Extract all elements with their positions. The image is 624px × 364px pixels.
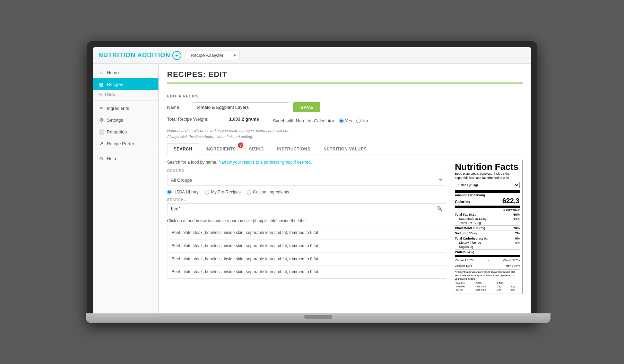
brand-icon: + [172, 51, 181, 60]
sidebar-item-recipe-porter[interactable]: ↗ Recipe Porter [93, 138, 158, 149]
nf-footer-sf-label: Sat Fat [455, 288, 475, 292]
source-prerecipes-radio[interactable] [205, 190, 209, 194]
groups-label: GROUPS [167, 169, 446, 173]
sidebar-item-home[interactable]: ⌂ Home [93, 67, 158, 78]
tab-instructions[interactable]: INSTRUCTIONS [270, 144, 317, 155]
nf-fiber-dv: 0% [515, 241, 520, 244]
nf-trans-fat-row: Trans Fat 17.5g [455, 221, 520, 225]
nf-footer-cal-2000: 2,000 [475, 281, 496, 285]
sidebar-item-help[interactable]: ⊙ Help [93, 153, 158, 164]
synch-radio-group: Yes No [339, 118, 368, 123]
nf-title: Nutrition Facts [455, 162, 520, 171]
result-item[interactable]: Beef, plate steak, boneless, inside skir… [167, 266, 446, 278]
nf-sat-fat-value: 12.8g [479, 217, 487, 220]
synch-yes-radio[interactable] [339, 119, 344, 123]
nf-serving-select[interactable]: 1 steak (254g) [455, 182, 520, 188]
search-panel: Search for a food by name. Narrow your r… [167, 160, 523, 294]
nf-sat-fat-label: Saturated Fat [459, 217, 478, 220]
save-button[interactable]: SAVE [293, 102, 320, 112]
nf-total-fat-value: 36.1g [468, 213, 476, 216]
top-bar: NUTRITION ADDITION + Recipe Analyzer ▾ [93, 47, 531, 64]
nf-cholesterol-dv: 78% [513, 226, 520, 230]
synch-yes-label: Yes [345, 118, 352, 123]
synch-no-radio[interactable] [356, 119, 361, 123]
source-prerecipes[interactable]: My Pre-Recipes [205, 190, 241, 194]
source-custom[interactable]: Custom Ingredients [247, 190, 289, 194]
nf-footer-calories-label: Calories: [455, 281, 475, 285]
source-usda-radio[interactable] [167, 190, 172, 194]
sidebar-label-home: Home [107, 70, 119, 75]
tab-sizing[interactable]: SIZING [242, 144, 270, 155]
synch-no-label: No [362, 118, 368, 123]
nf-divider-4 [455, 236, 520, 236]
nf-amount-serving: Amount Per Serving [455, 193, 520, 197]
nf-sugars-value: 0g [470, 245, 473, 249]
nf-sodium-row: Sodium 160mg 7% [455, 231, 520, 235]
tab-ingredients[interactable]: INGREDIENTS 8 [199, 144, 243, 155]
nf-sat-fat-row: Saturated Fat 12.8g 64% [455, 217, 520, 221]
sidebar-add-new[interactable]: Add New [93, 90, 158, 99]
nf-protein-label: Protein [455, 250, 466, 254]
nf-cholesterol-value: 233.7mg [473, 226, 485, 230]
nf-food-name: Beef, plate steak, boneless, inside skir… [455, 172, 520, 180]
brand-logo: NUTRITION ADDITION + [98, 51, 181, 60]
tab-search[interactable]: SEARCH [167, 144, 199, 155]
nf-trans-fat-label: Trans Fat [459, 221, 472, 225]
brand-name: NUTRITION ADDITION [98, 52, 170, 59]
green-divider [167, 83, 523, 84]
nf-footer-sf-less: Less than [475, 288, 496, 292]
nf-sodium-value: 160mg [467, 232, 477, 235]
synch-yes-option[interactable]: Yes [339, 118, 352, 123]
search-button[interactable]: 🔍 [433, 203, 446, 214]
settings-icon: ⚙ [98, 117, 104, 123]
laptop-screen: NUTRITION ADDITION + Recipe Analyzer ▾ ⌂… [93, 47, 531, 313]
nav-dropdown-arrow: ▾ [234, 53, 236, 58]
nf-footer-tf-less: Less than [475, 285, 496, 288]
source-usda[interactable]: USDA Library [167, 190, 199, 194]
nf-dv-header: % Daily Value* [455, 209, 520, 211]
narrow-link[interactable]: Narrow your results to a particular grou… [218, 160, 312, 165]
name-input[interactable] [192, 102, 289, 112]
result-item[interactable]: Beef, plate steak, boneless, inside skir… [167, 226, 446, 240]
sidebar-item-ingredients[interactable]: ≡ Ingredients [93, 102, 158, 114]
sidebar-label-recipe-porter: Recipe Porter [107, 141, 134, 146]
synch-no-option[interactable]: No [356, 118, 368, 123]
nf-fiber-label: Dietary Fiber [459, 241, 477, 244]
sidebar-item-recipes[interactable]: ▦ Recipes [93, 78, 158, 90]
nf-thick-line-3 [455, 255, 520, 257]
laptop-base [86, 313, 551, 323]
search-input[interactable] [167, 204, 433, 214]
groups-select[interactable]: All Groups Baked Foods Beef Products Bev… [167, 175, 446, 185]
result-item[interactable]: Beef, plate steak, boneless, inside skir… [167, 253, 446, 266]
nf-footer-tf-2000: 65g [496, 285, 510, 288]
nf-footer-sf-2000: 20g [496, 288, 510, 292]
nav-dropdown[interactable]: Recipe Analyzer ▾ [187, 51, 240, 60]
nf-calories-label: Calories [455, 200, 470, 204]
sidebar-item-settings[interactable]: ⚙ Settings [93, 114, 158, 126]
source-custom-radio[interactable] [247, 190, 251, 194]
tabs: SEARCH INGREDIENTS 8 SIZING INSTRUCTIONS [167, 144, 523, 155]
laptop-shell: NUTRITION ADDITION + Recipe Analyzer ▾ ⌂… [87, 41, 537, 323]
ingredients-icon: ≡ [98, 105, 104, 111]
nf-calcium: Calcium 1.8% [455, 264, 472, 267]
nf-total-fat-label: Total Fat [455, 213, 468, 216]
nf-total-carb-label: Total Carbohydrate [455, 237, 483, 240]
nf-footer-table: Calories: 2,000 2,500 Total Fat Less tha… [455, 281, 520, 292]
click-instruction: Click on a food below to choose a portio… [167, 218, 446, 223]
tab-search-label: SEARCH [174, 147, 192, 151]
sidebar-label-help: Help [107, 156, 116, 161]
nf-divider-3 [455, 231, 520, 231]
nf-divider-6 [455, 263, 520, 263]
page-title: RECIPES: EDIT [167, 70, 523, 79]
nf-vitamin-c: Vitamin C 0% [503, 259, 520, 262]
sidebar-item-printables[interactable]: ⬜ Printables [93, 126, 158, 138]
edit-section: EDIT A RECIPE Name: SAVE Total Recipe We… [159, 90, 531, 297]
results-list: Beef, plate steak, boneless, inside skir… [167, 226, 446, 279]
result-item[interactable]: Beef, plate steak, boneless, inside skir… [167, 240, 446, 253]
nf-sugars-label: Sugars [459, 245, 469, 249]
source-custom-label: Custom Ingredients [253, 190, 289, 194]
app-layout: ⌂ Home ▦ Recipes Add New ≡ Ingredients ⚙ [93, 64, 531, 313]
tab-nutrition-values[interactable]: NUTRITION VALUES [317, 144, 373, 155]
search-box: 🔍 [167, 203, 446, 214]
name-label: Name: [167, 105, 188, 110]
